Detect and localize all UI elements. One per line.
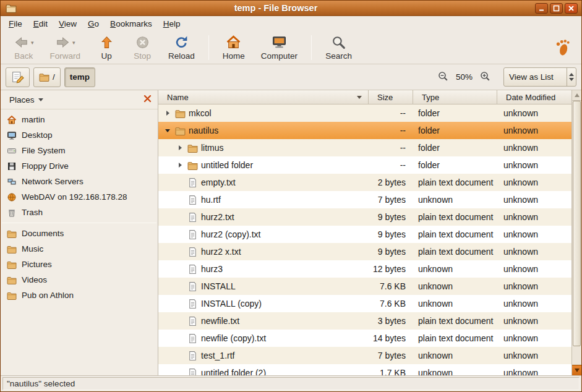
file-row[interactable]: newfile.txt3 bytesplain text documentunk… [158,312,571,330]
computer-button[interactable]: Computer [255,33,304,62]
file-name: hurz3 [201,264,223,274]
minimize-button[interactable] [535,3,548,14]
path-root-button[interactable]: / [33,67,61,87]
file-type: plain text document [413,229,497,239]
file-row[interactable]: newfile (copy).txt14 bytesplain text doc… [158,330,571,347]
view-mode-dropdown[interactable]: View as List [503,67,576,87]
gnome-logo-icon[interactable] [554,38,571,57]
sidebar-item-floppy-drive[interactable]: Floppy Drive [1,158,158,174]
sidebar-close-button[interactable] [140,93,154,106]
file-row[interactable]: mkcol--folderunknown [158,104,571,122]
file-type: plain text document [413,333,497,343]
file-list-area: Name Size Type Date Modified mkcol--fold… [158,90,581,375]
toolbar-button-label: Stop [134,51,151,61]
file-row[interactable]: untitled folder (2)1.7 KBunknownunknown [158,364,571,375]
toggle-location-entry-button[interactable] [6,67,30,87]
sidebar-mode-dropdown[interactable]: Places [6,93,47,106]
file-name: newfile (copy).txt [201,333,266,343]
zoom-out-button[interactable] [435,69,451,85]
file-size: 14 bytes [369,333,413,343]
file-row[interactable]: hurz312 bytesunknownunknown [158,260,571,278]
sidebar-item-desktop[interactable]: Desktop [1,127,158,143]
sidebar-separator [2,223,156,223]
file-size: 1.7 KB [369,368,413,375]
file-row[interactable]: test_1.rtf7 bytesunknownunknown [158,347,571,364]
sidebar-item-music[interactable]: Music [1,241,158,257]
file-row[interactable]: untitled folder--folderunknown [158,156,571,174]
file-row[interactable]: nautilus--folderunknown [158,122,571,139]
home-button[interactable]: Home [216,33,251,62]
sidebar-item-trash[interactable]: Trash [1,205,158,220]
sidebar-item-documents[interactable]: Documents [1,226,158,241]
menu-help[interactable]: Help [158,17,186,30]
menu-edit[interactable]: Edit [28,17,53,30]
vertical-scrollbar[interactable] [571,90,581,375]
sidebar-item-file-system[interactable]: File System [1,143,158,158]
collapse-arrow-icon[interactable] [163,126,172,135]
reload-button[interactable]: Reload [162,33,201,62]
location-bar: / temp 50% View as List [1,64,581,90]
column-header-date-modified[interactable]: Date Modified [497,90,571,104]
sidebar-header: Places [1,90,158,109]
drive-icon [7,146,17,156]
file-row[interactable]: hurz2.txt9 bytesplain text documentunkno… [158,208,571,226]
maximize-button[interactable] [550,3,563,14]
toolbar-button-label: Up [101,51,111,61]
file-date: unknown [497,333,571,343]
view-mode-stepper[interactable] [567,68,576,86]
back-icon [14,35,29,50]
folder-icon [39,72,49,82]
sidebar-item-webdav-on-192-168-178-28[interactable]: WebDAV on 192.168.178.28 [1,189,158,205]
file-date: unknown [497,143,571,153]
menu-bookmarks[interactable]: Bookmarks [105,17,158,30]
expander-spacer [176,369,184,375]
menu-go[interactable]: Go [82,17,105,30]
sidebar-item-martin[interactable]: martin [1,112,158,127]
expand-arrow-icon[interactable] [176,161,184,169]
menu-file[interactable]: File [3,17,28,30]
file-row[interactable]: INSTALL (copy)7.6 KBunknownunknown [158,295,571,312]
sidebar-item-videos[interactable]: Videos [1,272,158,288]
sidebar-mode-label: Places [9,95,35,104]
file-type: unknown [413,281,497,291]
path-current-button[interactable]: temp [64,67,95,87]
window-menu-icon[interactable] [6,2,17,14]
toolbar-button-label: Computer [261,51,297,61]
file-row[interactable]: hurz2 x.txt9 bytesplain text documentunk… [158,243,571,260]
file-type: plain text document [413,212,497,222]
scroll-down-button[interactable] [572,365,581,375]
column-header-type[interactable]: Type [413,90,497,104]
file-date: unknown [497,177,571,187]
file-row[interactable]: empty.txt2 bytesplain text documentunkno… [158,174,571,191]
file-size: -- [369,160,413,170]
file-row[interactable]: INSTALL7.6 KBunknownunknown [158,278,571,295]
file-name: untitled folder (2) [201,368,266,375]
file-size: 7 bytes [369,195,413,205]
search-button[interactable]: Search [319,33,358,62]
sidebar-item-pictures[interactable]: Pictures [1,257,158,272]
column-header-name[interactable]: Name [158,90,369,104]
zoom-in-button[interactable] [477,69,493,85]
sidebar-item-network-servers[interactable]: Network Servers [1,174,158,189]
up-button[interactable]: Up [90,33,122,62]
file-date: unknown [497,229,571,239]
scrollbar-thumb[interactable] [573,101,581,346]
titlebar[interactable]: temp - File Browser [1,1,581,16]
scrollbar-trough[interactable] [572,101,581,365]
edit-location-icon [11,70,24,83]
sidebar-item-pub-on-athlon[interactable]: Pub on Athlon [1,288,158,303]
menu-view[interactable]: View [53,17,82,30]
expander-spacer [176,230,184,239]
expand-arrow-icon[interactable] [176,143,184,152]
file-row[interactable]: litmus--folderunknown [158,139,571,156]
scroll-up-button[interactable] [572,90,581,101]
file-name: litmus [201,143,224,153]
column-header-size[interactable]: Size [369,90,413,104]
expander-spacer [176,334,184,343]
sidebar-item-label: Videos [22,275,47,284]
file-row[interactable]: hu.rtf7 bytesunknownunknown [158,191,571,208]
toolbar-button-label: Back [14,51,33,61]
file-row[interactable]: hurz2 (copy).txt9 bytesplain text docume… [158,226,571,243]
close-button[interactable] [565,3,578,14]
expand-arrow-icon[interactable] [163,109,172,117]
